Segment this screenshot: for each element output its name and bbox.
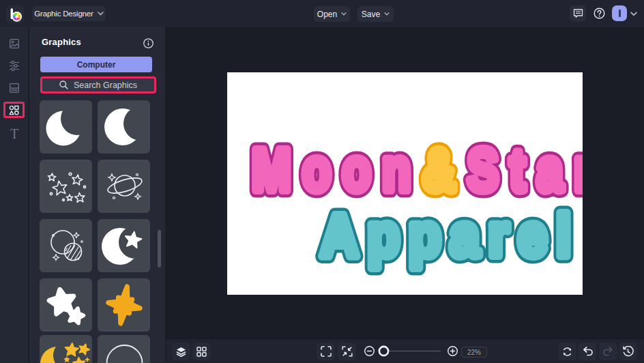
svg-text:Apparel: Apparel [320, 201, 580, 269]
svg-text:Moon&Star: Moon&Star [252, 136, 583, 203]
